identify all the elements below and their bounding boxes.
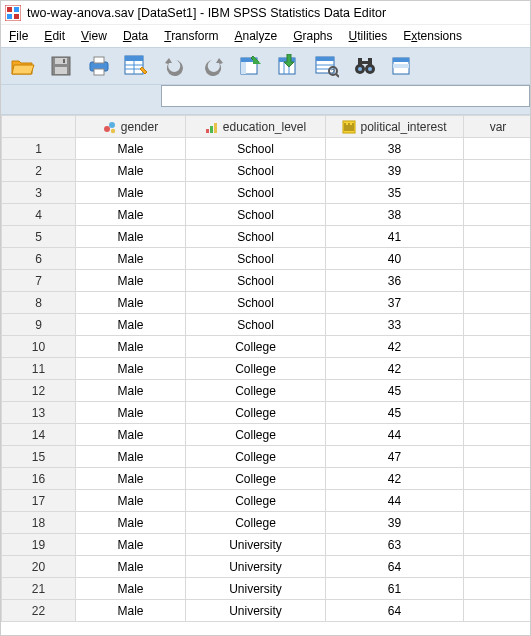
cell-education_level[interactable]: School — [186, 204, 326, 226]
row-header[interactable]: 20 — [2, 556, 76, 578]
row-header[interactable]: 14 — [2, 424, 76, 446]
cell-political_interest[interactable]: 37 — [326, 292, 464, 314]
cell-gender[interactable]: Male — [76, 490, 186, 512]
menu-transform[interactable]: Transform — [164, 29, 218, 43]
goto-variable-button[interactable] — [273, 51, 305, 81]
cell-political_interest[interactable]: 45 — [326, 380, 464, 402]
cell-education_level[interactable]: School — [186, 292, 326, 314]
row-header[interactable]: 8 — [2, 292, 76, 314]
cell-education_level[interactable]: College — [186, 358, 326, 380]
cell-education_level[interactable]: School — [186, 248, 326, 270]
row-header[interactable]: 21 — [2, 578, 76, 600]
row-header[interactable]: 6 — [2, 248, 76, 270]
row-header[interactable]: 22 — [2, 600, 76, 622]
cell-political_interest[interactable]: 61 — [326, 578, 464, 600]
cell-empty[interactable] — [464, 160, 531, 182]
row-header[interactable]: 5 — [2, 226, 76, 248]
recall-dialog-button[interactable] — [121, 51, 153, 81]
cell-gender[interactable]: Male — [76, 314, 186, 336]
cell-gender[interactable]: Male — [76, 556, 186, 578]
row-header[interactable]: 11 — [2, 358, 76, 380]
cell-political_interest[interactable]: 39 — [326, 160, 464, 182]
cell-empty[interactable] — [464, 446, 531, 468]
cell-political_interest[interactable]: 41 — [326, 226, 464, 248]
row-header[interactable]: 3 — [2, 182, 76, 204]
cell-gender[interactable]: Male — [76, 292, 186, 314]
cell-education_level[interactable]: School — [186, 138, 326, 160]
menu-extensions[interactable]: Extensions — [403, 29, 462, 43]
cell-empty[interactable] — [464, 358, 531, 380]
column-header-political-interest[interactable]: political_interest — [326, 116, 464, 138]
cell-education_level[interactable]: College — [186, 402, 326, 424]
cell-gender[interactable]: Male — [76, 402, 186, 424]
menu-view[interactable]: View — [81, 29, 107, 43]
column-header-gender[interactable]: gender — [76, 116, 186, 138]
cell-empty[interactable] — [464, 578, 531, 600]
cell-address-input[interactable] — [161, 85, 530, 107]
save-button[interactable] — [45, 51, 77, 81]
cell-gender[interactable]: Male — [76, 446, 186, 468]
menu-file[interactable]: File — [9, 29, 28, 43]
row-header[interactable]: 19 — [2, 534, 76, 556]
cell-political_interest[interactable]: 42 — [326, 336, 464, 358]
column-header-empty[interactable]: var — [464, 116, 531, 138]
cell-gender[interactable]: Male — [76, 600, 186, 622]
menu-data[interactable]: Data — [123, 29, 148, 43]
cell-education_level[interactable]: School — [186, 314, 326, 336]
cell-gender[interactable]: Male — [76, 160, 186, 182]
variables-button[interactable]: ? — [311, 51, 343, 81]
cell-gender[interactable]: Male — [76, 138, 186, 160]
cell-education_level[interactable]: School — [186, 226, 326, 248]
cell-gender[interactable]: Male — [76, 204, 186, 226]
cell-education_level[interactable]: University — [186, 578, 326, 600]
cell-empty[interactable] — [464, 556, 531, 578]
row-header[interactable]: 12 — [2, 380, 76, 402]
cell-gender[interactable]: Male — [76, 512, 186, 534]
cell-political_interest[interactable]: 38 — [326, 138, 464, 160]
row-header[interactable]: 1 — [2, 138, 76, 160]
open-button[interactable] — [7, 51, 39, 81]
cell-empty[interactable] — [464, 600, 531, 622]
cell-political_interest[interactable]: 42 — [326, 358, 464, 380]
cell-political_interest[interactable]: 35 — [326, 182, 464, 204]
cell-empty[interactable] — [464, 138, 531, 160]
cell-education_level[interactable]: University — [186, 534, 326, 556]
menu-edit[interactable]: Edit — [44, 29, 65, 43]
cell-empty[interactable] — [464, 380, 531, 402]
cell-gender[interactable]: Male — [76, 182, 186, 204]
cell-political_interest[interactable]: 63 — [326, 534, 464, 556]
cell-political_interest[interactable]: 39 — [326, 512, 464, 534]
cell-education_level[interactable]: School — [186, 160, 326, 182]
cell-empty[interactable] — [464, 248, 531, 270]
column-header-education-level[interactable]: education_level — [186, 116, 326, 138]
cell-gender[interactable]: Male — [76, 468, 186, 490]
cell-empty[interactable] — [464, 204, 531, 226]
cell-gender[interactable]: Male — [76, 534, 186, 556]
cell-education_level[interactable]: College — [186, 424, 326, 446]
menu-graphs[interactable]: Graphs — [293, 29, 332, 43]
cell-education_level[interactable]: University — [186, 556, 326, 578]
goto-case-button[interactable] — [235, 51, 267, 81]
row-header[interactable]: 18 — [2, 512, 76, 534]
cell-empty[interactable] — [464, 270, 531, 292]
cell-empty[interactable] — [464, 512, 531, 534]
row-header[interactable]: 15 — [2, 446, 76, 468]
cell-empty[interactable] — [464, 424, 531, 446]
cell-political_interest[interactable]: 64 — [326, 556, 464, 578]
cell-empty[interactable] — [464, 534, 531, 556]
cell-political_interest[interactable]: 47 — [326, 446, 464, 468]
cell-education_level[interactable]: School — [186, 182, 326, 204]
cell-gender[interactable]: Male — [76, 380, 186, 402]
cell-political_interest[interactable]: 40 — [326, 248, 464, 270]
cell-gender[interactable]: Male — [76, 424, 186, 446]
row-header[interactable]: 17 — [2, 490, 76, 512]
cell-education_level[interactable]: College — [186, 446, 326, 468]
cell-political_interest[interactable]: 33 — [326, 314, 464, 336]
cell-empty[interactable] — [464, 292, 531, 314]
cell-education_level[interactable]: College — [186, 490, 326, 512]
cell-education_level[interactable]: College — [186, 512, 326, 534]
cell-gender[interactable]: Male — [76, 336, 186, 358]
row-header[interactable]: 13 — [2, 402, 76, 424]
row-header[interactable]: 2 — [2, 160, 76, 182]
print-button[interactable] — [83, 51, 115, 81]
